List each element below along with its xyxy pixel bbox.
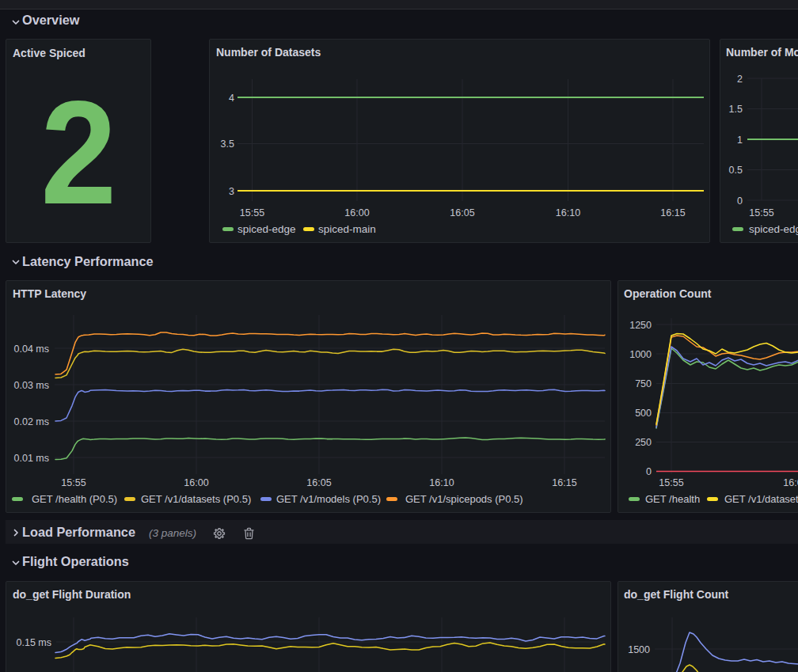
svg-text:do_get Flight Count: do_get Flight Count [624, 588, 729, 601]
svg-text:16:05: 16:05 [450, 207, 474, 218]
svg-text:GET /v1/spicepods (P0.5): GET /v1/spicepods (P0.5) [405, 493, 523, 505]
svg-text:15:55: 15:55 [659, 477, 683, 488]
svg-text:0: 0 [646, 466, 652, 477]
svg-text:Number of Datasets: Number of Datasets [216, 46, 321, 59]
svg-text:16:00: 16:00 [184, 477, 208, 488]
svg-text:1.5: 1.5 [729, 104, 743, 115]
svg-text:HTTP Latency: HTTP Latency [13, 287, 86, 300]
svg-text:16:10: 16:10 [556, 207, 580, 218]
svg-text:250: 250 [635, 437, 652, 448]
svg-text:3: 3 [229, 186, 234, 197]
svg-text:16:15: 16:15 [660, 207, 685, 218]
svg-text:0.03 ms: 0.03 ms [14, 380, 49, 391]
svg-text:16:00: 16:00 [344, 207, 369, 218]
svg-text:1500: 1500 [628, 644, 650, 655]
svg-text:0: 0 [737, 196, 743, 207]
svg-text:0.02 ms: 0.02 ms [14, 416, 49, 427]
svg-text:GET /health: GET /health [645, 493, 700, 505]
svg-text:0.04 ms: 0.04 ms [14, 344, 49, 355]
svg-text:0.01 ms: 0.01 ms [14, 453, 49, 464]
svg-text:do_get Flight Duration: do_get Flight Duration [13, 588, 131, 601]
svg-text:1: 1 [737, 135, 743, 146]
svg-text:16:05: 16:05 [783, 477, 798, 488]
svg-text:15:55: 15:55 [240, 207, 264, 218]
svg-text:GET /health (P0.5): GET /health (P0.5) [32, 493, 117, 505]
svg-text:spiced-edge: spiced-edge [238, 223, 296, 235]
svg-text:750: 750 [635, 378, 652, 389]
svg-text:GET /v1/datasets (P0.5): GET /v1/datasets (P0.5) [141, 493, 251, 505]
svg-text:GET /v1/datasets: GET /v1/datasets [724, 493, 798, 505]
svg-text:0.15 ms: 0.15 ms [17, 637, 51, 648]
svg-text:Operation Count: Operation Count [624, 287, 712, 300]
svg-text:spiced-edge: spiced-edge [749, 223, 798, 235]
svg-text:500: 500 [635, 408, 652, 419]
svg-text:15:55: 15:55 [749, 207, 773, 218]
svg-text:16:05: 16:05 [306, 477, 331, 488]
svg-text:16:15: 16:15 [552, 477, 576, 488]
svg-text:spiced-main: spiced-main [318, 223, 376, 235]
svg-text:GET /v1/models (P0.5): GET /v1/models (P0.5) [276, 493, 381, 505]
svg-text:4: 4 [229, 93, 234, 104]
svg-text:1250: 1250 [629, 320, 652, 331]
svg-text:15:55: 15:55 [61, 477, 86, 488]
svg-text:1000: 1000 [629, 349, 652, 360]
svg-text:16:10: 16:10 [429, 477, 454, 488]
svg-text:0.5: 0.5 [729, 165, 743, 176]
svg-text:Number of Mo: Number of Mo [726, 46, 798, 59]
svg-text:2: 2 [737, 74, 743, 85]
svg-text:3.5: 3.5 [221, 139, 234, 150]
